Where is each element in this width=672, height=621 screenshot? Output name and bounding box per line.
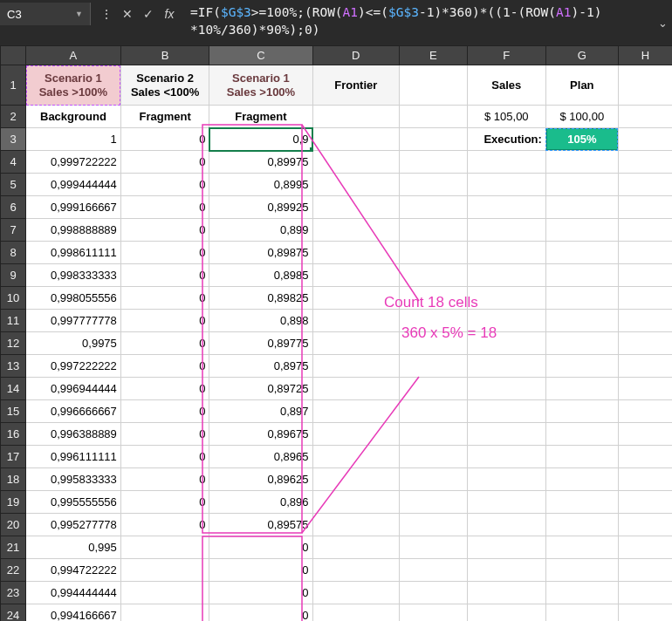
row-header[interactable]: 19 (1, 491, 26, 514)
more-icon[interactable]: ⋮ (96, 3, 117, 24)
cell-G19[interactable] (545, 491, 618, 514)
cell-C1[interactable]: Scenario 1 Sales >100% (209, 65, 312, 106)
cell-C18[interactable]: 0,89625 (209, 468, 312, 491)
cell-E8[interactable] (400, 242, 468, 264)
cell-A16[interactable]: 0,996388889 (26, 423, 121, 446)
row-header[interactable]: 2 (1, 106, 26, 128)
cell-C12[interactable]: 0,89775 (209, 332, 312, 355)
cell-A13[interactable]: 0,997222222 (26, 355, 121, 378)
cell-G20[interactable] (545, 514, 618, 536)
cell-E14[interactable] (400, 378, 468, 400)
cell-A8[interactable]: 0,998611111 (26, 242, 121, 264)
cell-G4[interactable] (545, 151, 618, 174)
cell-H17[interactable] (618, 446, 672, 468)
cell-E22[interactable] (400, 559, 468, 582)
cell-C5[interactable]: 0,8995 (209, 174, 312, 196)
row-header[interactable]: 3 (1, 128, 26, 151)
col-header-E[interactable]: E (400, 46, 468, 65)
cell-A9[interactable]: 0,998333333 (26, 264, 121, 287)
expand-formula-icon[interactable]: ⌄ (653, 0, 672, 45)
cell-H5[interactable] (618, 174, 672, 196)
fx-icon[interactable]: fx (159, 3, 180, 24)
cell-F2[interactable]: $ 105,00 (467, 106, 545, 128)
cell-C3[interactable]: 0,9 (209, 128, 312, 151)
col-header-F[interactable]: F (467, 46, 545, 65)
cell-C8[interactable]: 0,89875 (209, 242, 312, 264)
cell-E7[interactable] (400, 219, 468, 242)
col-header-H[interactable]: H (618, 46, 672, 65)
cell-F22[interactable] (467, 559, 545, 582)
cell-B5[interactable]: 0 (120, 174, 209, 196)
cell-D1[interactable]: Frontier (312, 65, 399, 106)
cell-B13[interactable]: 0 (120, 355, 209, 378)
cell-C16[interactable]: 0,89675 (209, 423, 312, 446)
cell-E18[interactable] (400, 468, 468, 491)
cell-A23[interactable]: 0,994444444 (26, 582, 121, 604)
cell-B15[interactable]: 0 (120, 400, 209, 423)
cell-H10[interactable] (618, 287, 672, 310)
row-header[interactable]: 24 (1, 604, 26, 622)
cell-F6[interactable] (467, 196, 545, 219)
cell-H23[interactable] (618, 582, 672, 604)
cell-D12[interactable] (312, 332, 399, 355)
cell-F20[interactable] (467, 514, 545, 536)
cell-B20[interactable]: 0 (120, 514, 209, 536)
cell-H2[interactable] (618, 106, 672, 128)
cell-H21[interactable] (618, 536, 672, 559)
cell-A15[interactable]: 0,996666667 (26, 400, 121, 423)
cell-G9[interactable] (545, 264, 618, 287)
row-header[interactable]: 5 (1, 174, 26, 196)
cell-H12[interactable] (618, 332, 672, 355)
cell-C23[interactable]: 0 (209, 582, 312, 604)
cell-A21[interactable]: 0,995 (26, 536, 121, 559)
row-header[interactable]: 8 (1, 242, 26, 264)
row-header[interactable]: 20 (1, 514, 26, 536)
cell-E4[interactable] (400, 151, 468, 174)
cell-H9[interactable] (618, 264, 672, 287)
cell-G3[interactable]: 105% (545, 128, 618, 151)
cell-G13[interactable] (545, 355, 618, 378)
cell-A12[interactable]: 0,9975 (26, 332, 121, 355)
cell-E15[interactable] (400, 400, 468, 423)
cell-H19[interactable] (618, 491, 672, 514)
cell-H16[interactable] (618, 423, 672, 446)
row-header[interactable]: 4 (1, 151, 26, 174)
cell-F17[interactable] (467, 446, 545, 468)
accept-icon[interactable]: ✓ (138, 3, 159, 24)
cell-B9[interactable]: 0 (120, 264, 209, 287)
cell-A20[interactable]: 0,995277778 (26, 514, 121, 536)
row-header[interactable]: 10 (1, 287, 26, 310)
cell-B17[interactable]: 0 (120, 446, 209, 468)
cell-H7[interactable] (618, 219, 672, 242)
cell-H6[interactable] (618, 196, 672, 219)
cell-G12[interactable] (545, 332, 618, 355)
row-header[interactable]: 7 (1, 219, 26, 242)
cell-C24[interactable]: 0 (209, 604, 312, 622)
row-header[interactable]: 6 (1, 196, 26, 219)
name-box[interactable]: C3 ▼ (0, 3, 91, 25)
cell-D9[interactable] (312, 264, 399, 287)
cell-A10[interactable]: 0,998055556 (26, 287, 121, 310)
cell-A22[interactable]: 0,994722222 (26, 559, 121, 582)
cell-B19[interactable]: 0 (120, 491, 209, 514)
cell-E19[interactable] (400, 491, 468, 514)
cell-C7[interactable]: 0,899 (209, 219, 312, 242)
cell-A11[interactable]: 0,997777778 (26, 310, 121, 332)
spreadsheet-grid[interactable]: A B C D E F G H 1Scenario 1 Sales >100%S… (0, 45, 672, 621)
cell-E21[interactable] (400, 536, 468, 559)
cell-G16[interactable] (545, 423, 618, 446)
row-header[interactable]: 13 (1, 355, 26, 378)
cell-C13[interactable]: 0,8975 (209, 355, 312, 378)
cell-F3[interactable]: Execution: (467, 128, 545, 151)
cell-F9[interactable] (467, 264, 545, 287)
cell-C17[interactable]: 0,8965 (209, 446, 312, 468)
cell-D7[interactable] (312, 219, 399, 242)
cell-D13[interactable] (312, 355, 399, 378)
cell-D18[interactable] (312, 468, 399, 491)
cell-H15[interactable] (618, 400, 672, 423)
cell-C19[interactable]: 0,896 (209, 491, 312, 514)
cell-H22[interactable] (618, 559, 672, 582)
cell-G7[interactable] (545, 219, 618, 242)
cell-D5[interactable] (312, 174, 399, 196)
cell-D6[interactable] (312, 196, 399, 219)
